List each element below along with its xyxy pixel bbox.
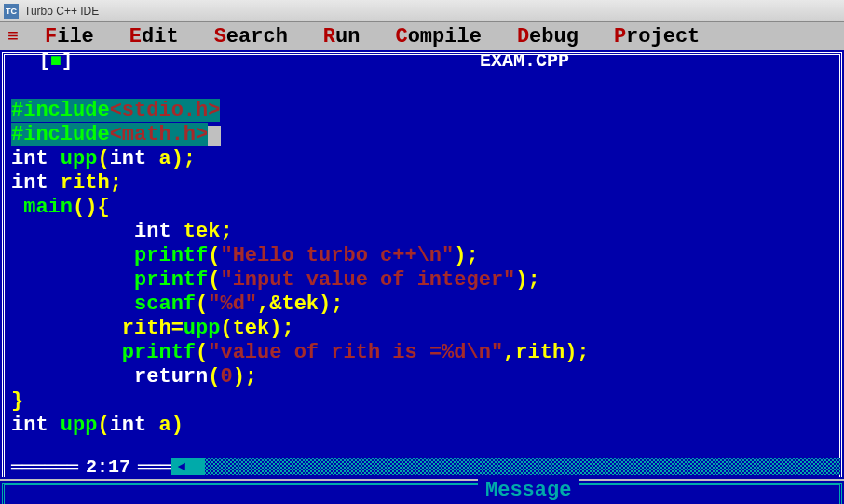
editor-window: [■] EXAM.CPP #include<stdio.h> #include<…: [0, 50, 844, 479]
app-icon: TC: [4, 4, 19, 19]
border-segment: ══════: [0, 456, 78, 478]
message-panel-title: Message: [478, 479, 579, 502]
text-cursor: [208, 126, 221, 146]
horizontal-scrollbar[interactable]: ◄: [171, 458, 840, 475]
editor-filename: EXAM.CPP: [469, 50, 580, 72]
system-menu-icon[interactable]: ≡: [7, 26, 19, 48]
menu-edit[interactable]: Edit: [129, 25, 179, 48]
menu-compile[interactable]: Compile: [395, 25, 481, 48]
menu-project[interactable]: Project: [614, 25, 700, 48]
scroll-left-icon[interactable]: ◄: [171, 458, 192, 475]
message-panel: Message: [0, 479, 844, 504]
status-line: ══════ 2:17 ═══ ◄: [0, 456, 844, 477]
code-editor[interactable]: #include<stdio.h> #include<math.h> int u…: [11, 75, 590, 438]
menu-debug[interactable]: Debug: [517, 25, 579, 48]
message-border: [2, 483, 842, 504]
cursor-position: 2:17: [86, 456, 130, 478]
menu-run[interactable]: Run: [323, 25, 361, 48]
scroll-thumb[interactable]: [192, 458, 205, 475]
menu-file[interactable]: File: [45, 25, 94, 48]
menu-search[interactable]: Search: [214, 25, 288, 48]
close-box-icon[interactable]: [■]: [39, 50, 73, 72]
border-segment: ═══: [138, 456, 171, 478]
editor-titlebar: [■] EXAM.CPP: [0, 52, 844, 69]
window-titlebar: TC Turbo C++ IDE: [0, 0, 844, 22]
window-title: Turbo C++ IDE: [24, 5, 99, 18]
menubar: ≡ File Edit Search Run Compile Debug Pro…: [0, 22, 844, 50]
